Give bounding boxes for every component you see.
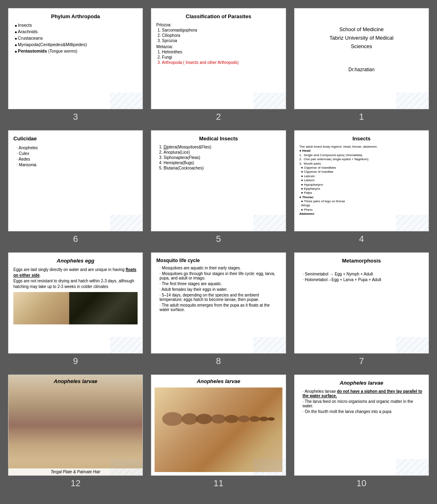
- slide-container-3: Phylum Arthropoda Insects Arachnids Crus…: [8, 8, 143, 122]
- list-item: Sprozoa: [162, 38, 280, 43]
- slide-number-9: 9: [73, 356, 78, 366]
- svg-point-3: [211, 414, 226, 424]
- slide-9-image: [13, 292, 138, 324]
- slide-5-title: Medical Insects: [156, 136, 280, 142]
- list-item: Holometabol→Egg + Larva + Pupa + Adult: [303, 277, 424, 282]
- slide-number-5: 5: [216, 234, 221, 244]
- slide-8-title: Mosquito life cycle: [156, 258, 280, 263]
- slide-7[interactable]: Metamorphosis Semimetabol → Egg + Nymph …: [294, 252, 429, 354]
- slide-container-5: Medical Insects Diptera(Mosquitoes&Flies…: [151, 130, 286, 244]
- slide-2[interactable]: Classification of Parasites Prtozoa: Sar…: [151, 8, 286, 109]
- slide-2-metazoa-list: Helminthes Fungi Arthropoda ( Insects an…: [156, 50, 280, 65]
- list-item: Arachnids: [15, 29, 138, 34]
- slide-1[interactable]: School of Medicine Tabriz University of …: [294, 8, 429, 109]
- svg-point-5: [238, 415, 249, 422]
- list-item: Mansonia: [17, 163, 138, 167]
- slide-5[interactable]: Medical Insects Diptera(Mosquitoes&Flies…: [151, 130, 286, 231]
- slide-4[interactable]: Insects The adult insect body regions: h…: [294, 130, 429, 231]
- list-item: Anoplura(Lice): [163, 150, 280, 155]
- slide-2-protozoa-list: Sarcomastigophora Ciliophora Sprozoa: [156, 28, 280, 43]
- list-item: Arthropoda ( Insects and other Arthropod…: [162, 60, 280, 65]
- svg-point-7: [259, 417, 269, 421]
- slide-8[interactable]: Mosquito life cycle Mosquitoes are aquat…: [151, 252, 286, 354]
- slide-container-1: School of Medicine Tabriz University of …: [294, 8, 429, 122]
- list-item: Semimetabol → Egg + Nymph + Adult: [303, 272, 424, 276]
- slide-number-7: 7: [359, 356, 364, 366]
- slide-9[interactable]: Anopheles egg Eggs are laid singly direc…: [8, 252, 143, 354]
- slide-6[interactable]: Culicidae Anopheles Culex Aedes Mansonia: [8, 130, 143, 231]
- svg-point-2: [196, 414, 212, 424]
- slide-8-list: Mosquitoes are aquatic in their early st…: [156, 266, 280, 312]
- slide-6-title: Culicidae: [13, 136, 138, 142]
- list-item: Helminthes: [162, 50, 280, 54]
- list-item: Anopheles: [17, 146, 138, 150]
- list-item: Myriapoda(Centipedes&Millipedes): [15, 42, 138, 47]
- slide-7-title: Metamorphosis: [299, 258, 424, 264]
- slide-container-9: Anopheles egg Eggs are laid singly direc…: [8, 252, 143, 366]
- slide-number-1: 1: [359, 112, 364, 122]
- slide-container-10: Anopheles larvae Anopheles larvae do not…: [294, 375, 429, 489]
- slide-10[interactable]: Anopheles larvae Anopheles larvae do not…: [294, 375, 429, 476]
- list-item: Mosquitoes are aquatic in their early st…: [159, 266, 280, 270]
- slide-number-4: 4: [359, 234, 364, 244]
- svg-point-1: [182, 413, 198, 424]
- slide-12-caption: Tergal Plate & Palmate Hair: [8, 468, 142, 475]
- list-item: Adult females lay their eggs in water.: [159, 287, 280, 292]
- slide-11-title: Anopheles larvae: [155, 378, 282, 384]
- slide-number-11: 11: [214, 478, 223, 489]
- svg-point-8: [268, 417, 275, 421]
- slide-5-list: Diptera(Mosquitoes&Flies) Anoplura(Lice)…: [156, 145, 280, 170]
- slide-2-section2: Metazoa:: [156, 44, 280, 49]
- list-item: The adult mosquito emerges from the pupa…: [159, 303, 280, 312]
- slide-container-8: Mosquito life cycle Mosquitoes are aquat…: [151, 252, 286, 366]
- larvae-svg: [161, 396, 276, 442]
- slide-number-8: 8: [216, 356, 221, 366]
- list-item: Aedes: [17, 157, 138, 161]
- slide-6-list: Anopheles Culex Aedes Mansonia: [13, 146, 138, 167]
- slide-number-2: 2: [216, 112, 221, 122]
- list-item: Mosquitoes go through four stages in the…: [159, 271, 280, 280]
- slide-2-section1: Prtozoa:: [156, 23, 280, 27]
- list-item: On the fourth molt the larva changes int…: [303, 409, 424, 414]
- slide-7-list: Semimetabol → Egg + Nymph + Adult Holome…: [299, 272, 424, 282]
- slide-1-title: School of Medicine Tabriz University of …: [299, 25, 424, 51]
- list-item: Siphonaptera(Fleas): [163, 155, 280, 160]
- slide-3[interactable]: Phylum Arthropoda Insects Arachnids Crus…: [8, 8, 143, 109]
- slide-container-4: Insects The adult insect body regions: h…: [294, 130, 429, 244]
- list-item: Ciliophora: [162, 33, 280, 38]
- slide-container-6: Culicidae Anopheles Culex Aedes Mansonia…: [8, 130, 143, 244]
- list-item: Pentastomids (Tongue worms): [15, 49, 138, 53]
- list-item: 5–14 days, depending on the species and …: [159, 293, 280, 302]
- list-item: Sarcomastigophora: [162, 28, 280, 32]
- slide-container-11: Anopheles larvae 11: [151, 375, 286, 489]
- slide-3-list: Insects Arachnids Crustaceans Myriapoda(…: [13, 23, 138, 53]
- slide-grid: Phylum Arthropoda Insects Arachnids Crus…: [8, 8, 429, 489]
- slide-container-12: Anopheles larvae Tergal Plate & Palmate …: [8, 375, 143, 489]
- slide-3-title: Phylum Arthropoda: [13, 13, 138, 19]
- svg-point-0: [162, 412, 183, 426]
- slide-container-2: Classification of Parasites Prtozoa: Sar…: [151, 8, 286, 122]
- slide-2-title: Classification of Parasites: [156, 13, 280, 19]
- slide-number-10: 10: [356, 478, 366, 489]
- list-item: The first three stages are aquatic.: [159, 282, 280, 286]
- list-item: Culex: [17, 151, 138, 156]
- slide-12-image: Tergal Plate & Palmate Hair: [8, 375, 142, 475]
- slide-10-list: Anopheles larvae do not have a siphon an…: [299, 389, 424, 414]
- slide-12[interactable]: Anopheles larvae Tergal Plate & Palmate …: [8, 375, 143, 476]
- list-item: Insects: [15, 23, 138, 28]
- slide-4-content: The adult insect body regions: head, tho…: [299, 145, 424, 216]
- slide-11[interactable]: Anopheles larvae: [151, 375, 286, 476]
- list-item: Hemiptera(Bugs): [163, 161, 280, 165]
- slide-12-title: Anopheles larvae: [54, 378, 98, 384]
- slide-9-title: Anopheles egg: [13, 258, 138, 264]
- slide-container-7: Metamorphosis Semimetabol → Egg + Nymph …: [294, 252, 429, 366]
- svg-point-4: [225, 415, 239, 423]
- slide-10-title: Anopheles larvae: [299, 380, 424, 386]
- list-item: Fungi: [162, 55, 280, 59]
- list-item: The larva feed on micro-organisms and or…: [303, 399, 424, 408]
- list-item: Crustaceans: [15, 36, 138, 40]
- list-item: Diptera(Mosquitoes&Flies): [163, 145, 280, 149]
- slide-1-subtitle: Dr.hazratian: [299, 67, 424, 72]
- slide-number-3: 3: [73, 112, 78, 122]
- list-item: Anopheles larvae do not have a siphon an…: [303, 389, 424, 398]
